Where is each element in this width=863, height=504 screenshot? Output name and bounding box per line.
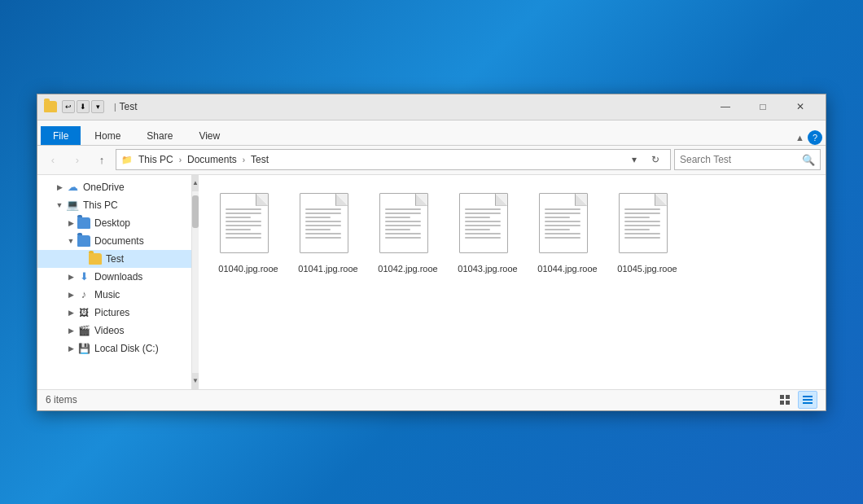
expand-onedrive[interactable]: ▶: [54, 182, 65, 193]
file-name: 01044.jpg.rooe: [537, 263, 597, 274]
file-name: 01043.jpg.rooe: [458, 263, 517, 274]
address-documents[interactable]: Documents: [185, 153, 239, 166]
quick-access-toolbar: ↩ ⬇ ▾: [62, 100, 104, 113]
forward-button[interactable]: ›: [67, 149, 88, 170]
file-item[interactable]: 01044.jpg.rooe: [531, 188, 604, 279]
music-icon: ♪: [77, 288, 91, 301]
tab-file[interactable]: File: [41, 126, 81, 145]
sidebar-label-localdisk: Local Disk (C:): [94, 343, 159, 354]
address-dropdown-btn[interactable]: ▾: [624, 150, 644, 169]
localdisk-icon: 💾: [77, 342, 91, 355]
expand-localdisk[interactable]: ▶: [65, 343, 77, 354]
address-bar-buttons: ▾ ↻: [624, 150, 665, 169]
sidebar-label-onedrive: OneDrive: [83, 182, 125, 193]
sidebar-scrollbar[interactable]: ▲ ▼: [192, 175, 199, 389]
sidebar-item-localdisk[interactable]: ▶ 💾 Local Disk (C:): [37, 340, 191, 357]
address-chevron-2: ›: [243, 156, 245, 164]
file-item[interactable]: 01041.jpg.rooe: [291, 188, 365, 279]
back-button[interactable]: ‹: [42, 149, 64, 170]
close-button[interactable]: ✕: [782, 94, 819, 120]
svg-rect-3: [786, 401, 790, 405]
title-separator: |: [114, 103, 116, 112]
details-view-btn[interactable]: [775, 391, 795, 409]
expand-desktop[interactable]: ▶: [65, 217, 77, 229]
onedrive-icon: ☁: [65, 181, 80, 194]
scrollbar-thumb[interactable]: [192, 195, 199, 228]
up-button[interactable]: ↑: [91, 149, 112, 170]
sidebar-label-documents: Documents: [94, 235, 144, 247]
address-test[interactable]: Test: [248, 153, 271, 166]
test-icon: [88, 252, 103, 265]
videos-icon: 🎬: [77, 324, 91, 337]
content-area: ▶ ☁ OneDrive ▼ 💻 This PC ▶ Desktop: [37, 175, 826, 389]
window-icon: [44, 99, 59, 114]
file-icon: [459, 193, 516, 258]
file-icon: [300, 193, 357, 258]
search-icon[interactable]: 🔍: [802, 154, 815, 166]
ribbon: File Home Share View ▲ ?: [37, 121, 826, 146]
sidebar-item-music[interactable]: ▶ ♪ Music: [37, 286, 191, 304]
file-item[interactable]: 01043.jpg.rooe: [451, 188, 524, 279]
qat-btn-3[interactable]: ▾: [91, 100, 104, 113]
explorer-window: ↩ ⬇ ▾ | Test — □ ✕ File Home Share View …: [37, 94, 826, 411]
sidebar-item-test[interactable]: Test: [37, 250, 191, 268]
expand-videos[interactable]: ▶: [65, 325, 77, 336]
scrollbar-down-btn[interactable]: ▼: [192, 373, 199, 389]
large-icons-view-btn[interactable]: [798, 391, 817, 409]
address-refresh-btn[interactable]: ↻: [646, 150, 665, 169]
status-bar: 6 items: [37, 389, 826, 410]
maximize-button[interactable]: □: [744, 94, 782, 120]
address-bar[interactable]: 📁 This PC › Documents › Test ▾ ↻: [116, 149, 671, 170]
sidebar-item-thispc[interactable]: ▼ 💻 This PC: [37, 196, 191, 214]
help-button[interactable]: ?: [808, 130, 822, 145]
svg-rect-6: [803, 402, 813, 404]
scrollbar-up-btn[interactable]: ▲: [192, 175, 199, 191]
search-input[interactable]: [680, 154, 799, 165]
svg-rect-0: [780, 395, 784, 399]
sidebar-item-videos[interactable]: ▶ 🎬 Videos: [37, 322, 191, 340]
sidebar-label-desktop: Desktop: [94, 217, 130, 229]
file-name: 01042.jpg.rooe: [378, 263, 437, 274]
sidebar-label-downloads: Downloads: [94, 271, 142, 283]
tab-share[interactable]: Share: [134, 126, 185, 145]
folder-icon: [44, 101, 57, 112]
expand-pictures[interactable]: ▶: [65, 307, 77, 318]
file-name: 01041.jpg.rooe: [298, 263, 357, 274]
svg-rect-1: [786, 395, 790, 399]
expand-music[interactable]: ▶: [65, 289, 77, 300]
file-icon: [379, 193, 436, 258]
thispc-icon: 💻: [65, 199, 80, 212]
sidebar-item-downloads[interactable]: ▶ ⬇ Downloads: [37, 268, 191, 286]
file-item[interactable]: 01042.jpg.rooe: [371, 188, 445, 279]
documents-icon: [77, 234, 91, 248]
expand-thispc[interactable]: ▼: [54, 199, 65, 211]
expand-downloads[interactable]: ▶: [65, 271, 77, 283]
minimize-button[interactable]: —: [707, 94, 744, 120]
address-bar-folder-icon: 📁: [121, 155, 133, 165]
sidebar: ▶ ☁ OneDrive ▼ 💻 This PC ▶ Desktop: [37, 175, 192, 389]
search-box[interactable]: 🔍: [674, 149, 821, 170]
address-chevron-1: ›: [179, 156, 182, 164]
address-this-pc[interactable]: This PC: [136, 153, 176, 166]
svg-rect-4: [803, 396, 813, 397]
qat-btn-1[interactable]: ↩: [62, 100, 75, 113]
sidebar-item-onedrive[interactable]: ▶ ☁ OneDrive: [37, 178, 191, 196]
tab-view[interactable]: View: [186, 126, 232, 145]
ribbon-tabs: File Home Share View ▲ ?: [37, 121, 826, 145]
sidebar-item-desktop[interactable]: ▶ Desktop: [37, 214, 191, 232]
sidebar-label-music: Music: [94, 289, 120, 300]
sidebar-item-documents[interactable]: ▼ Documents: [37, 232, 191, 250]
sidebar-item-pictures[interactable]: ▶ 🖼 Pictures: [37, 304, 191, 322]
sidebar-label-videos: Videos: [94, 325, 124, 336]
desktop-icon: [77, 217, 91, 230]
expand-test[interactable]: [77, 253, 88, 265]
expand-documents[interactable]: ▼: [65, 235, 77, 247]
window-title: Test: [120, 101, 707, 112]
window-controls: — □ ✕: [707, 94, 819, 120]
file-item[interactable]: 01045.jpg.rooe: [611, 188, 684, 279]
qat-btn-2[interactable]: ⬇: [77, 100, 90, 113]
ribbon-collapse-btn[interactable]: ▲: [795, 133, 804, 142]
tab-home[interactable]: Home: [82, 126, 133, 145]
sidebar-label-test: Test: [106, 253, 124, 265]
file-item[interactable]: 01040.jpg.rooe: [212, 188, 285, 279]
